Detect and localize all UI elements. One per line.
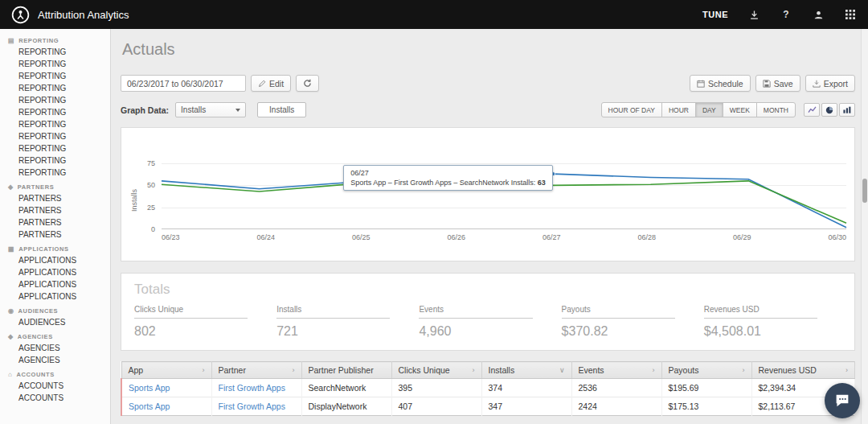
sidebar-item[interactable]: REPORTING <box>0 70 110 82</box>
x-tick-label: 06/26 <box>447 233 465 241</box>
column-header-label: Installs <box>489 365 515 375</box>
interval-button[interactable]: HOUR <box>661 102 696 117</box>
sidebar-item-label: PARTNERS <box>18 204 62 216</box>
sort-icon[interactable]: › <box>203 365 205 375</box>
sidebar-section-label: AUDIENCES <box>18 307 59 315</box>
sidebar-item[interactable]: REPORTING <box>0 130 110 142</box>
interval-button[interactable]: DAY <box>695 102 723 117</box>
column-header[interactable]: › Revenues USD <box>751 362 855 379</box>
bar-chart-type-button[interactable] <box>839 103 855 117</box>
metric-select[interactable]: Installs <box>175 102 246 117</box>
interval-button[interactable]: WEEK <box>723 102 757 117</box>
table-row[interactable]: Sports App First Growth Apps DisplayNetw… <box>121 397 855 416</box>
sidebar-item[interactable]: REPORTING <box>0 167 110 179</box>
scrollbar-thumb[interactable] <box>862 179 867 203</box>
sort-icon[interactable]: › <box>845 365 848 375</box>
section-icon: ▦ <box>8 246 14 253</box>
column-header[interactable]: › App <box>121 362 211 379</box>
totals-heading: Totals <box>134 282 817 298</box>
column-header[interactable]: ∨ Installs <box>481 362 571 379</box>
sidebar-item[interactable]: APPLICATIONS <box>0 290 110 303</box>
sidebar: ▤ REPORTING REPORTING REPORTING REPORTIN… <box>0 29 111 424</box>
sidebar-item[interactable]: REPORTING <box>0 94 110 106</box>
app-cell[interactable]: Sports App <box>121 379 211 397</box>
sidebar-item[interactable]: APPLICATIONS <box>0 278 110 290</box>
download-button[interactable] <box>747 8 760 21</box>
sidebar-item[interactable]: AUDIENCES <box>0 316 110 328</box>
interval-button[interactable]: MONTH <box>756 102 796 117</box>
table-row[interactable]: Sports App First Growth Apps SearchNetwo… <box>121 379 855 397</box>
apps-grid-button[interactable] <box>844 8 857 21</box>
section-icon: ▤ <box>8 38 14 44</box>
sidebar-item[interactable]: AGENCIES <box>0 354 110 366</box>
brand-link[interactable]: TUNE <box>702 10 728 19</box>
sidebar-item[interactable]: AGENCIES <box>0 342 110 354</box>
sidebar-item[interactable]: ACCOUNTS <box>0 380 110 392</box>
section-icon: ◆ <box>8 334 14 340</box>
sidebar-section-header: ◉ AUDIENCES <box>0 306 110 316</box>
interval-button[interactable]: HOUR OF DAY <box>601 102 662 117</box>
sidebar-item[interactable]: PARTNERS <box>0 204 110 216</box>
sidebar-item-label: PARTNERS <box>18 228 62 241</box>
user-button[interactable] <box>812 8 825 21</box>
edit-button[interactable]: Edit <box>251 75 291 92</box>
tune-logo-icon[interactable] <box>11 6 30 24</box>
metric-chip[interactable]: Installs <box>257 102 306 117</box>
sort-icon[interactable]: › <box>293 365 295 375</box>
column-header[interactable]: › Partner <box>211 362 301 379</box>
column-header[interactable]: › Clicks Unique <box>391 362 481 379</box>
sidebar-item[interactable]: PARTNERS <box>0 192 110 204</box>
sort-icon[interactable]: › <box>473 365 475 375</box>
bar-chart-icon <box>843 106 851 113</box>
sidebar-item[interactable]: PARTNERS <box>0 216 110 228</box>
sidebar-item[interactable]: REPORTING <box>0 118 110 130</box>
column-header-label: Partner Publisher <box>309 365 374 375</box>
sidebar-item[interactable]: REPORTING <box>0 82 110 94</box>
export-button[interactable]: Export <box>805 75 855 92</box>
sidebar-item[interactable]: APPLICATIONS <box>0 266 110 278</box>
totals-metric: Installs 721 <box>276 305 390 339</box>
y-tick-label: 0 <box>151 225 155 233</box>
sidebar-item-label: APPLICATIONS <box>18 266 76 278</box>
sidebar-item[interactable]: REPORTING <box>0 142 110 154</box>
column-header-label: Revenues USD <box>759 365 817 375</box>
table-header-row: › App › Partner Partner Publisher › Clic… <box>121 362 855 379</box>
metric-label: Installs <box>276 305 390 319</box>
sidebar-section-header: ◆ AGENCIES <box>0 331 110 342</box>
installs-cell: 374 <box>481 379 571 397</box>
sidebar-item[interactable]: PARTNERS <box>0 228 110 241</box>
column-header[interactable]: Partner Publisher <box>301 362 391 379</box>
partner-cell[interactable]: First Growth Apps <box>211 379 301 397</box>
sidebar-item-label: AGENCIES <box>18 354 60 366</box>
sidebar-item[interactable]: REPORTING <box>0 106 110 118</box>
sidebar-item[interactable]: ACCOUNTS <box>0 392 110 404</box>
sort-icon[interactable]: › <box>743 365 745 375</box>
metric-value: 721 <box>276 324 390 339</box>
schedule-button[interactable]: Schedule <box>690 75 751 92</box>
column-header-label: App <box>129 365 144 375</box>
pie-chart-type-button[interactable] <box>821 103 837 117</box>
app-cell[interactable]: Sports App <box>121 397 211 416</box>
partner-publisher-cell: DisplayNetwork <box>301 397 391 416</box>
line-chart-type-button[interactable] <box>804 103 820 117</box>
date-range-input[interactable] <box>121 75 246 92</box>
sidebar-item-label: REPORTING <box>18 130 66 142</box>
sidebar-item-label: REPORTING <box>18 58 66 70</box>
sidebar-item-label: REPORTING <box>18 154 66 167</box>
save-button[interactable]: Save <box>755 75 800 92</box>
scrollbar[interactable] <box>861 29 868 424</box>
column-header[interactable]: › Payouts <box>661 362 751 379</box>
sort-icon[interactable]: ∨ <box>559 365 565 375</box>
refresh-button[interactable] <box>296 75 319 92</box>
column-header-label: Events <box>579 365 604 375</box>
sidebar-item[interactable]: REPORTING <box>0 154 110 167</box>
column-header[interactable]: › Events <box>571 362 661 379</box>
main-content: Actuals Edit Schedule Save Export Gra <box>111 29 868 424</box>
chat-launcher-button[interactable] <box>825 383 860 418</box>
partner-cell[interactable]: First Growth Apps <box>211 397 301 416</box>
sidebar-item[interactable]: APPLICATIONS <box>0 254 110 266</box>
help-button[interactable]: ? <box>780 8 792 21</box>
sidebar-item[interactable]: REPORTING <box>0 58 110 70</box>
sort-icon[interactable]: › <box>653 365 655 375</box>
sidebar-item[interactable]: REPORTING <box>0 46 110 58</box>
